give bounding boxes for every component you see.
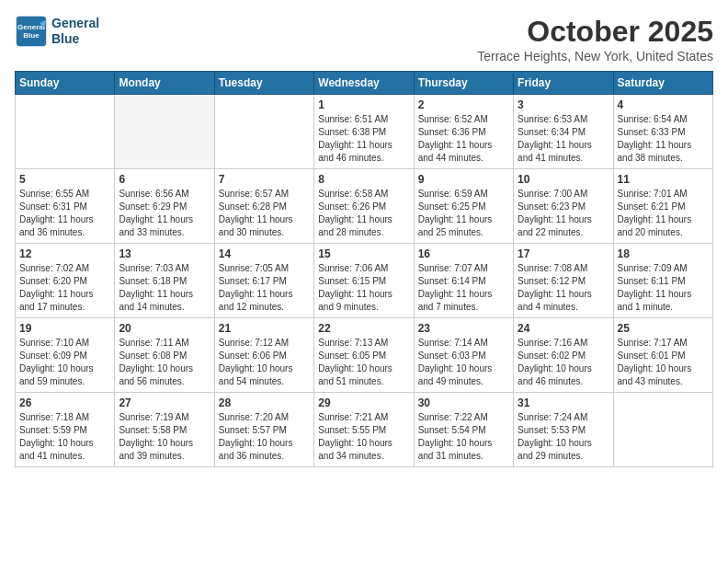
day-number: 30 <box>418 396 509 409</box>
day-cell: 20Sunrise: 7:11 AM Sunset: 6:08 PM Dayli… <box>115 318 214 393</box>
day-cell: 28Sunrise: 7:20 AM Sunset: 5:57 PM Dayli… <box>214 393 313 467</box>
calendar: SundayMondayTuesdayWednesdayThursdayFrid… <box>15 71 713 467</box>
day-info: Sunrise: 7:07 AM Sunset: 6:14 PM Dayligh… <box>418 262 509 314</box>
day-number: 15 <box>318 247 409 260</box>
day-info: Sunrise: 7:01 AM Sunset: 6:21 PM Dayligh… <box>618 188 709 239</box>
weekday-header-thursday: Thursday <box>414 72 513 95</box>
day-info: Sunrise: 6:51 AM Sunset: 6:38 PM Dayligh… <box>318 113 409 165</box>
day-number: 23 <box>418 322 509 335</box>
weekday-header-wednesday: Wednesday <box>314 72 414 95</box>
day-cell: 17Sunrise: 7:08 AM Sunset: 6:12 PM Dayli… <box>514 244 613 318</box>
day-cell: 2Sunrise: 6:52 AM Sunset: 6:36 PM Daylig… <box>414 95 513 169</box>
day-number: 25 <box>618 322 709 335</box>
day-number: 26 <box>19 396 110 409</box>
day-info: Sunrise: 7:11 AM Sunset: 6:08 PM Dayligh… <box>119 337 210 388</box>
day-info: Sunrise: 6:52 AM Sunset: 6:36 PM Dayligh… <box>418 113 509 165</box>
day-info: Sunrise: 7:18 AM Sunset: 5:59 PM Dayligh… <box>19 411 110 463</box>
day-info: Sunrise: 7:21 AM Sunset: 5:55 PM Dayligh… <box>318 411 409 463</box>
day-info: Sunrise: 7:05 AM Sunset: 6:17 PM Dayligh… <box>219 262 310 314</box>
weekday-header-friday: Friday <box>514 72 613 95</box>
day-cell: 27Sunrise: 7:19 AM Sunset: 5:58 PM Dayli… <box>115 393 214 467</box>
day-number: 10 <box>518 173 609 186</box>
week-row-2: 5Sunrise: 6:55 AM Sunset: 6:31 PM Daylig… <box>16 169 713 244</box>
day-number: 13 <box>119 247 210 260</box>
day-info: Sunrise: 6:57 AM Sunset: 6:28 PM Dayligh… <box>219 188 310 239</box>
day-info: Sunrise: 7:17 AM Sunset: 6:01 PM Dayligh… <box>618 337 709 388</box>
day-number: 2 <box>418 98 509 111</box>
logo-icon: General Blue <box>15 15 48 48</box>
day-number: 16 <box>418 247 509 260</box>
day-cell: 11Sunrise: 7:01 AM Sunset: 6:21 PM Dayli… <box>613 169 712 244</box>
day-cell <box>214 95 313 169</box>
weekday-header-saturday: Saturday <box>613 72 712 95</box>
day-number: 3 <box>518 98 609 111</box>
day-number: 18 <box>618 247 709 260</box>
logo-line1: General <box>51 16 99 30</box>
week-row-3: 12Sunrise: 7:02 AM Sunset: 6:20 PM Dayli… <box>16 244 713 318</box>
day-info: Sunrise: 7:14 AM Sunset: 6:03 PM Dayligh… <box>418 337 509 388</box>
weekday-header-monday: Monday <box>115 72 214 95</box>
day-cell: 15Sunrise: 7:06 AM Sunset: 6:15 PM Dayli… <box>314 244 414 318</box>
week-row-4: 19Sunrise: 7:10 AM Sunset: 6:09 PM Dayli… <box>16 318 713 393</box>
week-row-1: 1Sunrise: 6:51 AM Sunset: 6:38 PM Daylig… <box>16 95 713 169</box>
day-info: Sunrise: 7:16 AM Sunset: 6:02 PM Dayligh… <box>518 337 609 388</box>
header: General Blue General Blue October 2025 T… <box>15 15 713 63</box>
day-cell: 21Sunrise: 7:12 AM Sunset: 6:06 PM Dayli… <box>214 318 313 393</box>
day-number: 14 <box>219 247 310 260</box>
day-info: Sunrise: 7:09 AM Sunset: 6:11 PM Dayligh… <box>618 262 709 314</box>
week-row-5: 26Sunrise: 7:18 AM Sunset: 5:59 PM Dayli… <box>16 393 713 467</box>
weekday-header-tuesday: Tuesday <box>214 72 313 95</box>
day-cell: 10Sunrise: 7:00 AM Sunset: 6:23 PM Dayli… <box>514 169 613 244</box>
svg-text:Blue: Blue <box>23 31 40 40</box>
day-number: 19 <box>19 322 110 335</box>
day-cell: 16Sunrise: 7:07 AM Sunset: 6:14 PM Dayli… <box>414 244 513 318</box>
day-info: Sunrise: 6:53 AM Sunset: 6:34 PM Dayligh… <box>518 113 609 165</box>
day-number: 21 <box>219 322 310 335</box>
svg-text:General: General <box>17 23 45 31</box>
day-number: 11 <box>618 173 709 186</box>
day-info: Sunrise: 7:03 AM Sunset: 6:18 PM Dayligh… <box>119 262 210 314</box>
day-cell: 30Sunrise: 7:22 AM Sunset: 5:54 PM Dayli… <box>414 393 513 467</box>
day-info: Sunrise: 7:02 AM Sunset: 6:20 PM Dayligh… <box>19 262 110 314</box>
day-number: 9 <box>418 173 509 186</box>
day-number: 12 <box>19 247 110 260</box>
day-number: 27 <box>119 396 210 409</box>
day-info: Sunrise: 6:58 AM Sunset: 6:26 PM Dayligh… <box>318 188 409 239</box>
day-cell: 14Sunrise: 7:05 AM Sunset: 6:17 PM Dayli… <box>214 244 313 318</box>
day-cell: 3Sunrise: 6:53 AM Sunset: 6:34 PM Daylig… <box>514 95 613 169</box>
day-number: 6 <box>119 173 210 186</box>
day-info: Sunrise: 6:59 AM Sunset: 6:25 PM Dayligh… <box>418 188 509 239</box>
logo-line2: Blue <box>51 31 79 46</box>
day-cell: 26Sunrise: 7:18 AM Sunset: 5:59 PM Dayli… <box>16 393 115 467</box>
day-cell: 5Sunrise: 6:55 AM Sunset: 6:31 PM Daylig… <box>16 169 115 244</box>
day-info: Sunrise: 7:12 AM Sunset: 6:06 PM Dayligh… <box>219 337 310 388</box>
day-info: Sunrise: 7:00 AM Sunset: 6:23 PM Dayligh… <box>518 188 609 239</box>
day-number: 17 <box>518 247 609 260</box>
day-cell <box>115 95 214 169</box>
day-cell: 8Sunrise: 6:58 AM Sunset: 6:26 PM Daylig… <box>314 169 414 244</box>
weekday-header-sunday: Sunday <box>16 72 115 95</box>
day-number: 8 <box>318 173 409 186</box>
day-cell: 13Sunrise: 7:03 AM Sunset: 6:18 PM Dayli… <box>115 244 214 318</box>
day-cell: 31Sunrise: 7:24 AM Sunset: 5:53 PM Dayli… <box>514 393 613 467</box>
day-cell: 4Sunrise: 6:54 AM Sunset: 6:33 PM Daylig… <box>613 95 712 169</box>
day-info: Sunrise: 6:54 AM Sunset: 6:33 PM Dayligh… <box>618 113 709 165</box>
logo-text: General Blue <box>51 16 99 47</box>
day-info: Sunrise: 6:55 AM Sunset: 6:31 PM Dayligh… <box>19 188 110 239</box>
title-area: October 2025 Terrace Heights, New York, … <box>477 15 713 63</box>
day-number: 31 <box>518 396 609 409</box>
day-info: Sunrise: 7:20 AM Sunset: 5:57 PM Dayligh… <box>219 411 310 463</box>
day-cell <box>16 95 115 169</box>
day-number: 7 <box>219 173 310 186</box>
day-number: 22 <box>318 322 409 335</box>
day-cell: 23Sunrise: 7:14 AM Sunset: 6:03 PM Dayli… <box>414 318 513 393</box>
weekday-header-row: SundayMondayTuesdayWednesdayThursdayFrid… <box>16 72 713 95</box>
day-cell: 29Sunrise: 7:21 AM Sunset: 5:55 PM Dayli… <box>314 393 414 467</box>
day-cell: 18Sunrise: 7:09 AM Sunset: 6:11 PM Dayli… <box>613 244 712 318</box>
day-cell: 24Sunrise: 7:16 AM Sunset: 6:02 PM Dayli… <box>514 318 613 393</box>
day-cell: 25Sunrise: 7:17 AM Sunset: 6:01 PM Dayli… <box>613 318 712 393</box>
day-info: Sunrise: 7:22 AM Sunset: 5:54 PM Dayligh… <box>418 411 509 463</box>
day-info: Sunrise: 7:06 AM Sunset: 6:15 PM Dayligh… <box>318 262 409 314</box>
day-number: 20 <box>119 322 210 335</box>
day-info: Sunrise: 7:19 AM Sunset: 5:58 PM Dayligh… <box>119 411 210 463</box>
